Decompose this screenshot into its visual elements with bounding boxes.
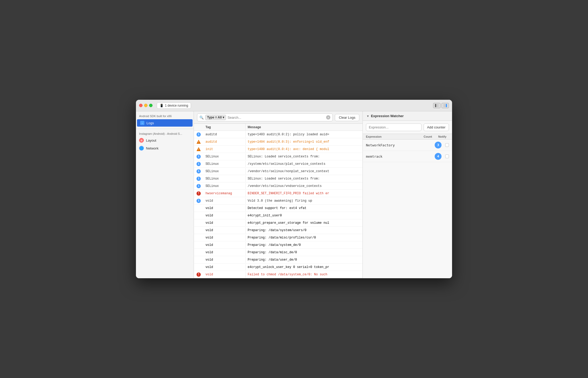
info-icon: i [197, 162, 201, 166]
expression-rows: NetworkFactory 3 memtrack 4 [363, 140, 452, 162]
layout-icon: ⊞ [139, 138, 144, 143]
sidebar-item-logs[interactable]: → Logs [137, 119, 193, 127]
sidebar-device-label: Android SDK built for x86 [136, 113, 194, 119]
expression-panel: ▼ Expression Watcher Add counter Express… [362, 111, 452, 278]
expression-row[interactable]: NetworkFactory 3 [363, 140, 452, 151]
logs-icon: → [140, 121, 144, 125]
svg-rect-1 [437, 104, 439, 107]
log-icon-cell: i [194, 169, 203, 173]
network-icon: 🌐 [139, 146, 144, 151]
log-tag: vold [203, 235, 246, 241]
log-message: /system/etc/selinux/plat_service_context… [246, 161, 362, 167]
panel-toggle-right[interactable] [442, 103, 449, 108]
minimize-button[interactable] [144, 104, 148, 107]
log-message: /vendor/etc/selinux/nonplat_service_cont… [246, 168, 362, 175]
table-row[interactable]: vold e4crypt_unlock_user_key 0 serial=0 … [194, 263, 362, 271]
sidebar-network-label: Network [146, 146, 159, 150]
log-message: Preparing: /data/misc_de/0 [246, 249, 362, 256]
log-tag: init [203, 146, 246, 152]
info-icon: i [197, 155, 201, 159]
log-message: Detected support for: ext4 vfat [246, 205, 362, 211]
log-message: type=1404 audit(0.0:3): enforcing=1 old_… [246, 139, 362, 145]
log-message: Failed to chmod /data/system_ce/0: No su… [246, 271, 362, 278]
log-icon-cell: i [194, 177, 203, 181]
type-filter-dropdown[interactable]: Type = All ▾ [205, 115, 226, 120]
sidebar-layout-label: Layout [146, 138, 156, 142]
table-row[interactable]: vold Preparing: /data/misc/profiles/cur/… [194, 234, 362, 241]
expr-notify-checkbox[interactable] [445, 143, 449, 147]
log-message: e4crypt_prepare_user_storage for volume … [246, 220, 362, 226]
table-row[interactable]: vold Preparing: /data/system/users/0 [194, 227, 362, 234]
log-tag: SELinux [203, 176, 246, 182]
log-icon-cell: i [194, 184, 203, 188]
info-icon: i [197, 177, 201, 181]
table-row[interactable]: i SELinux SELinux: Loaded service_contex… [194, 153, 362, 160]
expr-name: NetworkFactory [366, 143, 435, 147]
log-icon-cell: i [194, 162, 203, 166]
close-button[interactable] [139, 104, 143, 107]
expression-input[interactable] [366, 123, 422, 131]
log-message: Preparing: /data/system_de/0 [246, 242, 362, 248]
log-icon-cell: ! [194, 272, 203, 277]
expression-input-row: Add counter [363, 121, 452, 134]
log-tag: vold [203, 257, 246, 263]
log-tag: vold [203, 212, 246, 219]
app-window: 📱 1 device running Android SDK built for… [136, 100, 452, 278]
log-tag: auditd [203, 139, 246, 145]
sidebar-divider [136, 129, 194, 129]
log-tag: auditd [203, 131, 246, 138]
sidebar-item-network[interactable]: 🌐 Network [136, 144, 194, 152]
info-icon: i [197, 199, 201, 203]
add-counter-button[interactable]: Add counter [424, 123, 449, 131]
info-icon: i [197, 132, 201, 137]
log-tag: SELinux [203, 153, 246, 160]
expression-title: Expression Watcher [371, 114, 404, 118]
search-clear-button[interactable]: ✕ [326, 115, 330, 120]
table-row[interactable]: vold Preparing: /data/user_de/0 [194, 256, 362, 263]
table-row[interactable]: vold e4crypt_init_user0 [194, 212, 362, 219]
svg-rect-0 [435, 104, 436, 107]
expr-col-notify: Notify [436, 135, 449, 138]
table-row[interactable]: ! auditd type=1404 audit(0.0:3): enforci… [194, 138, 362, 146]
svg-rect-3 [446, 104, 447, 107]
maximize-button[interactable] [149, 104, 153, 107]
log-tag: vold [203, 271, 246, 278]
table-row[interactable]: vold Preparing: /data/misc_de/0 [194, 249, 362, 256]
error-icon: ! [197, 272, 201, 277]
col-message-header: Message [246, 124, 362, 131]
table-row[interactable]: vold Preparing: /data/system_de/0 [194, 241, 362, 249]
sidebar-item-layout[interactable]: ⊞ Layout [136, 136, 194, 144]
info-icon: i [197, 184, 201, 188]
log-message: BINDER_SET_INHERIT_FIFO_PRIO failed with… [246, 190, 362, 197]
table-row[interactable]: i SELinux /system/etc/selinux/plat_servi… [194, 160, 362, 168]
table-row[interactable]: i SELinux /vendor/etc/selinux/nonplat_se… [194, 168, 362, 175]
col-icon-header [194, 124, 203, 131]
table-row[interactable]: i vold Vold 3.0 (the awakening) firing u… [194, 197, 362, 205]
log-tag: vold [203, 242, 246, 248]
log-tag: vold [203, 264, 246, 270]
device-pill[interactable]: 📱 1 device running [157, 102, 191, 109]
table-row[interactable]: i SELinux /vendor/etc/selinux/vndservice… [194, 182, 362, 190]
search-icon: 🔍 [199, 116, 204, 120]
log-tag: SELinux [203, 168, 246, 175]
log-message: Vold 3.0 (the awakening) firing up [246, 198, 362, 204]
expression-row[interactable]: memtrack 4 [363, 151, 452, 162]
table-row[interactable]: i auditd type=1403 audit(0.0:2): policy … [194, 131, 362, 138]
table-row[interactable]: vold Detected support for: ext4 vfat [194, 205, 362, 212]
error-icon: ! [197, 191, 201, 196]
table-row[interactable]: ! vold Failed to chmod /data/system_ce/0… [194, 271, 362, 278]
panel-toggle-left[interactable] [433, 103, 440, 108]
table-row[interactable]: ! hwservicemanag BINDER_SET_INHERIT_FIFO… [194, 190, 362, 197]
table-row[interactable]: i SELinux SELinux: Loaded service_contex… [194, 175, 362, 182]
table-row[interactable]: ! init type=1400 audit(0.0:4): avc: deni… [194, 146, 362, 153]
sidebar-instance-label: Instagram (Android) - Android S... [136, 131, 194, 136]
main-content: Android SDK built for x86 → Logs Instagr… [136, 111, 452, 278]
log-icon-cell: ! [194, 191, 203, 196]
table-row[interactable]: vold e4crypt_prepare_user_storage for vo… [194, 219, 362, 227]
expr-notify-checkbox[interactable] [445, 155, 449, 158]
log-message: /vendor/etc/selinux/vndservice_contexts [246, 183, 362, 189]
log-message: e4crypt_init_user0 [246, 212, 362, 219]
clear-logs-button[interactable]: Clear Logs [335, 114, 359, 121]
search-input[interactable] [228, 116, 325, 120]
collapse-icon[interactable]: ▼ [366, 115, 369, 118]
